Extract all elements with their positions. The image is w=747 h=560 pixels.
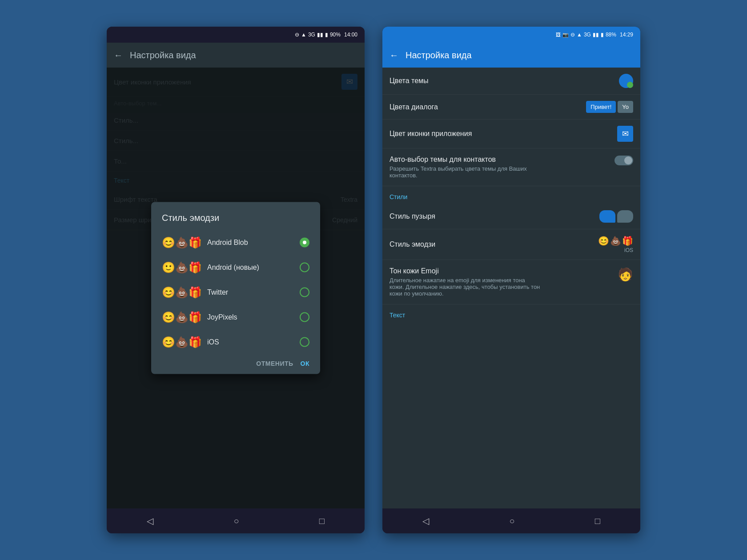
battery-percent: 90% [330,32,341,38]
bubble-gray-preview [617,210,633,223]
ios-radio[interactable] [300,337,309,347]
emoji-3: 🎁 [622,236,633,246]
right-nav-home[interactable]: ○ [509,516,514,526]
right-settings-list: Цвета темы Цвета диалога Привет! Yo Цвет… [382,68,640,322]
theme-color-preview [619,74,633,88]
auto-theme-sublabel: Разрешить Textra выбирать цвета темы для… [390,165,541,179]
app-icon-preview-right: ✉ [617,126,633,142]
emoji-1: 😊 [598,236,609,246]
message-icon-right: ✉ [622,129,629,139]
dialog-cancel-button[interactable]: ОТМЕНИТЬ [256,360,293,367]
skin-tone-text-group: Тон кожи Emoji Длительное нажатие на emo… [390,267,541,297]
right-wifi-icon: ▲ [577,32,582,38]
emoji-preview-row: 😊 💩 🎁 [598,236,633,246]
emoji-style-item[interactable]: Стиль эмодзи 😊 💩 🎁 iOS [382,229,640,260]
emoji-style-preview: 😊 💩 🎁 iOS [598,236,633,253]
left-back-button[interactable]: ← [114,50,123,60]
left-nav-recent[interactable]: □ [319,516,325,526]
left-nav-back[interactable]: ◁ [147,516,153,526]
right-app-bar: ← Настройка вида [382,43,640,68]
right-nav-recent[interactable]: □ [595,516,600,526]
bubble-style-preview [599,210,633,223]
skin-tone-emoji: 🧑 [618,267,633,282]
dialog-option-joypixels[interactable]: 😊💩🎁 JoyPixels [151,305,320,330]
signal-bars-icon: ▮▮ [317,32,323,38]
left-phone: ⊖ ▲ 3G ▮▮ ▮ 90% 14:00 ← Настройка вида Ц… [107,27,365,533]
emoji-style-value: iOS [624,247,633,253]
right-back-button[interactable]: ← [390,50,398,60]
twitter-label: Twitter [207,288,294,296]
minus-icon: ⊖ [295,32,299,38]
android-blob-radio[interactable] [300,238,309,248]
left-nav-bar: ◁ ○ □ [107,508,365,533]
ios-label: iOS [207,338,294,346]
android-new-emojis: 🙂💩🎁 [162,261,202,274]
app-icon-color-item-right[interactable]: Цвет иконки приложения ✉ [382,120,640,148]
android-blob-label: Android Blob [207,239,294,247]
left-status-bar: ⊖ ▲ 3G ▮▮ ▮ 90% 14:00 [107,27,365,43]
right-minus-icon: ⊖ [570,32,575,38]
right-nav-back[interactable]: ◁ [422,516,429,526]
joypixels-radio[interactable] [300,312,309,322]
left-nav-home[interactable]: ○ [233,516,239,526]
right-phone: 🖼 📷 ⊖ ▲ 3G ▮▮ ▮ 88% 14:29 ← Настройка ви… [382,27,640,533]
right-section-text: Текст [382,304,640,322]
left-page-title: Настройка вида [130,50,357,60]
right-status-bar: 🖼 📷 ⊖ ▲ 3G ▮▮ ▮ 88% 14:29 [382,27,640,43]
bubble-blue-preview [599,210,615,223]
right-battery-percent: 88% [606,32,616,38]
skin-tone-item[interactable]: Тон кожи Emoji Длительное нажатие на emo… [382,260,640,304]
emoji-style-dialog: Стиль эмодзи 😊💩🎁 Android Blob 🙂💩🎁 Androi… [151,202,320,374]
android-new-radio[interactable] [300,263,309,272]
dialog-ok-button[interactable]: ОК [301,360,309,367]
time-display: 14:00 [344,32,357,38]
bubble-style-item[interactable]: Стиль пузыря [382,204,640,229]
right-battery-icon: ▮ [601,32,604,38]
auto-theme-label: Авто-выбор темы для контактов [390,156,541,164]
joypixels-label: JoyPixels [207,313,294,321]
theme-color-label: Цвета темы [390,77,429,85]
right-network-label: 3G [584,32,591,38]
auto-theme-item[interactable]: Авто-выбор темы для контактов Разрешить … [382,148,640,186]
right-status-icons: 🖼 📷 ⊖ ▲ 3G ▮▮ ▮ 88% 14:29 [556,32,633,38]
dialog-actions: ОТМЕНИТЬ ОК [151,355,320,374]
dialog-color-label: Цвета диалога [390,103,438,111]
theme-color-item[interactable]: Цвета темы [382,68,640,95]
skin-tone-sublabel: Длительное нажатие на emoji для изменени… [390,277,541,297]
app-icon-color-label-right: Цвет иконки приложения [390,130,472,138]
skin-tone-label: Тон кожи Emoji [390,267,541,275]
twitter-radio[interactable] [300,288,309,297]
emoji-2: 💩 [610,236,621,246]
left-app-bar: ← Настройка вида [107,43,365,68]
joypixels-emojis: 😊💩🎁 [162,311,202,324]
emoji-style-label: Стиль эмодзи [390,240,435,248]
dialog-preview-blue: Привет! [586,101,616,113]
right-nav-bar: ◁ ○ □ [382,508,640,533]
left-content-area: Цвет иконки приложения ✉ Авто-выбор тем.… [107,68,365,508]
dialog-option-twitter[interactable]: 😊💩🎁 Twitter [151,280,320,305]
dialog-color-preview: Привет! Yo [586,101,633,113]
bubble-style-label: Стиль пузыря [390,212,435,220]
ios-emojis: 😊💩🎁 [162,336,202,348]
dialog-preview-gray: Yo [618,101,633,113]
battery-icon: ▮ [325,32,328,38]
dialog-option-ios[interactable]: 😊💩🎁 iOS [151,330,320,355]
image-icon: 🖼 [556,32,561,37]
auto-theme-toggle[interactable] [614,156,633,165]
right-content-area: Цвета темы Цвета диалога Привет! Yo Цвет… [382,68,640,508]
right-page-title: Настройка вида [406,50,633,60]
auto-theme-text-group: Авто-выбор темы для контактов Разрешить … [390,156,541,179]
dialog-color-item[interactable]: Цвета диалога Привет! Yo [382,95,640,120]
right-section-styles: Стили [382,186,640,204]
right-time-display: 14:29 [620,32,633,38]
twitter-emojis: 😊💩🎁 [162,286,202,299]
dialog-option-android-blob[interactable]: 😊💩🎁 Android Blob [151,230,320,255]
android-blob-emojis: 😊💩🎁 [162,236,202,249]
dialog-title: Стиль эмодзи [151,213,320,230]
right-signal-icon: ▮▮ [593,32,599,38]
wifi-signal-icon: ▲ [301,32,306,38]
android-new-label: Android (новые) [207,264,294,272]
network-label: 3G [308,32,315,38]
dialog-option-android-new[interactable]: 🙂💩🎁 Android (новые) [151,255,320,280]
camera-icon: 📷 [562,32,569,38]
